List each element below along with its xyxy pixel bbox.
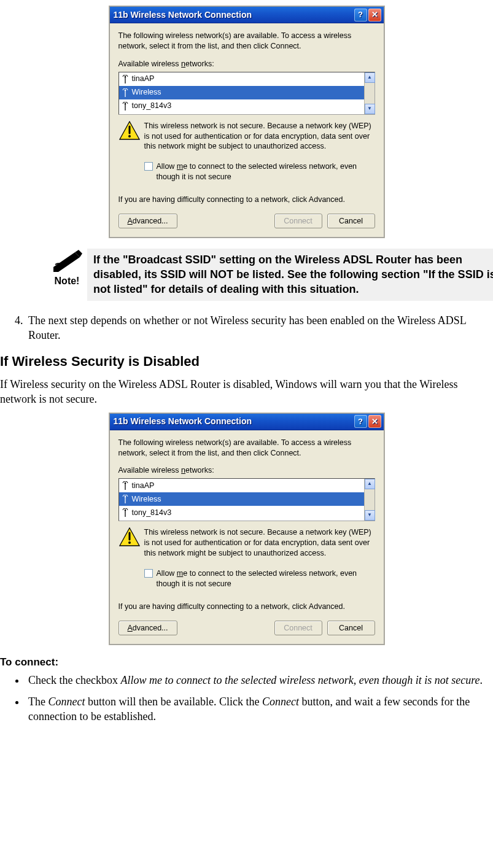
antenna-icon (122, 508, 129, 517)
svg-point-3 (124, 89, 126, 91)
step-list: The next step depends on whether or not … (0, 313, 493, 343)
window-title: 11b Wireless Network Connection (114, 416, 353, 427)
help-button[interactable]: ? (354, 9, 367, 21)
intro-text: The following wireless network(s) are av… (118, 438, 375, 459)
note-pencil-icon (50, 249, 83, 272)
intro-text: The following wireless network(s) are av… (118, 31, 375, 52)
scroll-down-button[interactable]: ▼ (365, 510, 375, 521)
difficulty-text: If you are having difficulty connecting … (118, 602, 375, 612)
connect-button[interactable]: Connect (274, 214, 322, 228)
note-text: If the "Broadcast SSID" setting on the W… (87, 249, 493, 301)
network-listbox[interactable]: tinaAP Wireless tony_814v3 ▲ ▼ (118, 72, 375, 115)
network-name: tony_814v3 (132, 101, 172, 111)
network-item[interactable]: tony_814v3 (119, 506, 364, 519)
scroll-up-button[interactable]: ▲ (365, 479, 375, 489)
svg-point-10 (124, 482, 126, 484)
available-networks-label: Available wireless networks: (118, 465, 375, 476)
svg-point-1 (124, 76, 126, 77)
svg-point-5 (124, 103, 126, 104)
antenna-icon (122, 481, 129, 490)
network-item[interactable]: tinaAP (119, 479, 364, 492)
section-paragraph: If Wireless security on the Wireless ADS… (0, 377, 493, 407)
wireless-dialog-1: 11b Wireless Network Connection ? ✕ The … (109, 6, 384, 238)
to-connect-list: Check the checkbox Allow me to connect t… (0, 673, 493, 724)
close-button[interactable]: ✕ (368, 415, 381, 428)
network-item[interactable]: tinaAP (119, 72, 364, 86)
allow-connect-label: Allow me to connect to the selected wire… (157, 568, 375, 589)
note-label: Note! (47, 274, 87, 288)
warning-text: This wireless network is not secure. Bec… (144, 527, 375, 559)
allow-connect-checkbox[interactable] (144, 162, 153, 171)
bullet-1: Check the checkbox Allow me to connect t… (26, 673, 493, 688)
svg-point-12 (124, 496, 126, 498)
network-listbox[interactable]: tinaAP Wireless tony_814v3 ▲ ▼ (118, 478, 375, 521)
scrollbar[interactable]: ▲ ▼ (364, 479, 375, 521)
network-item-selected[interactable]: Wireless (119, 86, 364, 99)
bullet-2: The Connect button will then be availabl… (26, 694, 493, 724)
network-name: Wireless (132, 87, 161, 98)
available-networks-label: Available wireless networks: (118, 59, 375, 69)
advanced-button[interactable]: Advanced... (118, 214, 177, 228)
svg-point-8 (128, 135, 131, 138)
warning-icon (118, 121, 141, 142)
difficulty-text: If you are having difficulty connecting … (118, 195, 375, 205)
step-4: The next step depends on whether or not … (26, 313, 493, 343)
network-name: tinaAP (132, 74, 155, 84)
window-title: 11b Wireless Network Connection (114, 9, 353, 21)
allow-connect-checkbox[interactable] (144, 569, 153, 578)
antenna-icon (122, 75, 129, 83)
titlebar: 11b Wireless Network Connection ? ✕ (110, 414, 384, 430)
cancel-button[interactable]: Cancel (327, 621, 375, 635)
network-item[interactable]: tony_814v3 (119, 99, 364, 113)
network-name: tony_814v3 (132, 508, 172, 518)
connect-button[interactable]: Connect (274, 621, 322, 635)
warning-icon (118, 527, 141, 548)
network-name: Wireless (132, 494, 161, 505)
svg-point-17 (128, 541, 131, 544)
note-block: Note! If the "Broadcast SSID" setting on… (47, 249, 493, 301)
titlebar: 11b Wireless Network Connection ? ✕ (110, 7, 384, 23)
network-item-selected[interactable]: Wireless (119, 492, 364, 506)
help-button[interactable]: ? (354, 415, 367, 428)
scrollbar[interactable]: ▲ ▼ (364, 72, 375, 114)
network-name: tinaAP (132, 481, 155, 491)
allow-connect-label: Allow me to connect to the selected wire… (157, 161, 375, 182)
to-connect-heading: To connect: (0, 656, 493, 670)
advanced-button[interactable]: Advanced... (118, 621, 177, 635)
close-button[interactable]: ✕ (368, 9, 381, 21)
antenna-icon (122, 102, 129, 110)
cancel-button[interactable]: Cancel (327, 214, 375, 228)
warning-text: This wireless network is not secure. Bec… (144, 121, 375, 152)
scroll-up-button[interactable]: ▲ (365, 72, 375, 83)
wireless-dialog-2: 11b Wireless Network Connection ? ✕ The … (109, 413, 384, 645)
section-heading: If Wireless Security is Disabled (0, 352, 493, 371)
antenna-icon (122, 495, 129, 503)
scroll-down-button[interactable]: ▼ (365, 104, 375, 114)
antenna-icon (122, 88, 129, 97)
svg-point-14 (124, 510, 126, 511)
